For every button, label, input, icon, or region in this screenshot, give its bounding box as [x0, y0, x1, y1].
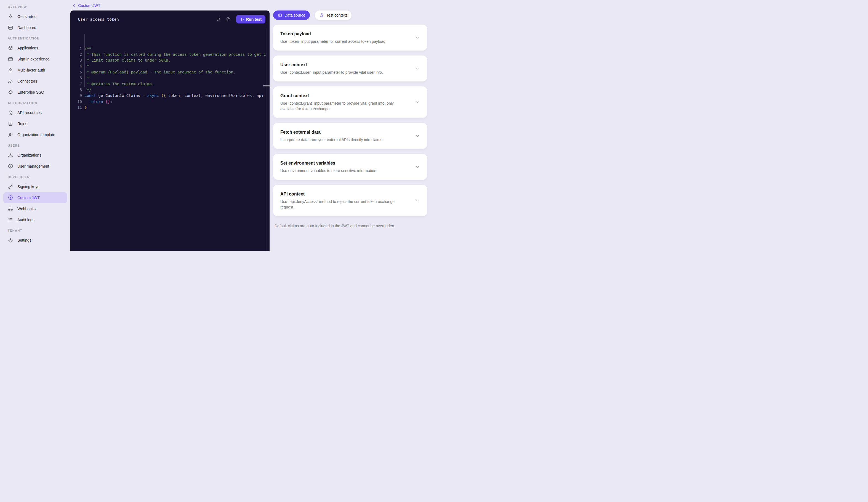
sidebar-item-label: Connectors	[17, 79, 37, 83]
card-set-environment-variables[interactable]: Set environment variablesUse environment…	[273, 154, 427, 180]
lightning-icon	[8, 14, 13, 19]
card-description: Use `api.denyAccess` method to reject th…	[280, 199, 420, 210]
sidebar-item-multi-factor-auth[interactable]: Multi-factor auth	[3, 64, 67, 76]
card-description: Use `context.grant` input parameter to p…	[280, 101, 420, 112]
sidebar-item-label: Sign-in experience	[17, 57, 49, 61]
sidebar-item-settings[interactable]: Settings	[3, 235, 67, 246]
cloud-key-icon	[8, 89, 13, 95]
code-text: * @returns The custom claims.	[82, 81, 154, 87]
code-text: * Limit custom claims to under 50KB.	[82, 58, 170, 63]
sidebar-item-roles[interactable]: Roles	[3, 118, 67, 129]
code-text: const getCustomJwtClaims = async ({ toke…	[82, 93, 264, 99]
card-token-payload[interactable]: Token payloadUse `token` input parameter…	[273, 24, 427, 51]
chevron-left-icon	[72, 3, 76, 8]
sidebar-item-enterprise-sso[interactable]: Enterprise SSO	[3, 87, 67, 98]
tab-data-source[interactable]: Data source	[273, 10, 310, 20]
sidebar-item-applications[interactable]: Applications	[3, 42, 67, 53]
code-area[interactable]: 1/**2 * This function is called during t…	[70, 28, 270, 251]
sidebar-item-webhooks[interactable]: Webhooks	[3, 203, 67, 214]
panel-tabs: Data source Test context	[273, 10, 427, 20]
sidebar-item-api-resources[interactable]: API resources	[3, 107, 67, 118]
main-area: Custom JWT User access token Run test	[70, 0, 434, 251]
code-line-10: 10 return {};	[70, 99, 270, 105]
back-link-label: Custom JWT	[78, 3, 101, 8]
code-text: * This function is called during the acc…	[82, 52, 266, 58]
back-link[interactable]: Custom JWT	[72, 3, 101, 8]
sidebar-item-signing-keys[interactable]: Signing keys	[3, 181, 67, 192]
sidebar-item-label: Multi-factor auth	[17, 68, 45, 72]
sidebar-item-custom-jwt[interactable]: Custom JWT	[3, 192, 67, 203]
sidebar-item-audit-logs[interactable]: Audit logs	[3, 214, 67, 225]
line-number: 6	[70, 75, 82, 81]
code-line-7: 7 * @returns The custom claims.	[70, 81, 270, 87]
card-description: Use `token` input parameter for current …	[280, 39, 420, 44]
code-text: /**	[82, 46, 91, 52]
tab-test-context-label: Test context	[326, 13, 347, 17]
sidebar-item-label: Enterprise SSO	[17, 90, 44, 94]
sidebar: OVERVIEWGet startedDashboardAUTHENTICATI…	[0, 0, 70, 251]
sidebar-section-label-tenant: TENANT	[0, 225, 70, 235]
card-title: Set environment variables	[280, 160, 420, 166]
code-text: *	[82, 75, 89, 81]
tab-data-source-label: Data source	[285, 13, 305, 17]
code-text: *	[82, 63, 89, 69]
sidebar-item-label: Roles	[17, 121, 27, 126]
code-line-2: 2 * This function is called during the a…	[70, 52, 270, 58]
sidebar-item-label: Settings	[17, 238, 31, 242]
card-grant-context[interactable]: Grant contextUse `context.grant` input p…	[273, 87, 427, 118]
card-user-context[interactable]: User contextUse `context.user` input par…	[273, 56, 427, 81]
chevron-down-icon[interactable]	[415, 198, 420, 203]
card-api-context[interactable]: API contextUse `api.denyAccess` method t…	[273, 185, 427, 216]
key-icon	[8, 184, 13, 189]
sidebar-item-connectors[interactable]: Connectors	[3, 76, 67, 87]
card-title: Grant context	[280, 93, 420, 99]
line-number: 1	[70, 46, 82, 52]
gear-icon	[8, 238, 13, 243]
sidebar-item-label: Get started	[17, 14, 37, 19]
sidebar-item-get-started[interactable]: Get started	[3, 11, 67, 22]
cube-icon	[8, 45, 13, 51]
editor-resize-grip[interactable]	[263, 85, 270, 87]
tab-test-context[interactable]: Test context	[315, 10, 351, 20]
sidebar-item-label: Dashboard	[17, 26, 37, 30]
sidebar-item-label: Custom JWT	[17, 195, 40, 200]
line-number: 8	[70, 87, 82, 93]
copy-icon[interactable]	[226, 17, 231, 22]
refresh-icon[interactable]	[216, 17, 221, 22]
sidebar-item-organization-template[interactable]: Organization template	[3, 129, 67, 140]
code-line-1: 1/**	[70, 46, 270, 52]
sidebar-item-sign-in-experience[interactable]: Sign-in experience	[3, 53, 67, 64]
sidebar-item-label: Applications	[17, 46, 38, 50]
play-icon	[240, 17, 244, 21]
chevron-down-icon[interactable]	[415, 66, 420, 71]
hierarchy-icon	[8, 152, 13, 158]
chevron-down-icon[interactable]	[415, 134, 420, 138]
sidebar-item-label: Organizations	[17, 153, 41, 158]
sidebar-item-user-management[interactable]: User management	[3, 161, 67, 172]
list-icon	[8, 217, 13, 223]
sidebar-item-label: User management	[17, 164, 49, 169]
chevron-down-icon[interactable]	[415, 36, 420, 40]
run-test-button[interactable]: Run test	[236, 15, 266, 23]
line-number: 3	[70, 58, 82, 63]
flask-icon	[320, 13, 324, 17]
sidebar-section-label-overview: OVERVIEW	[0, 2, 70, 11]
chevron-down-icon[interactable]	[415, 100, 420, 104]
code-line-3: 3 * Limit custom claims to under 50KB.	[70, 58, 270, 63]
lock-icon	[8, 67, 13, 73]
run-test-label: Run test	[246, 17, 261, 21]
sidebar-item-organizations[interactable]: Organizations	[3, 150, 67, 161]
info-cards: Token payloadUse `token` input parameter…	[273, 24, 427, 216]
editor-header: User access token Run test	[70, 10, 270, 28]
person-check-icon	[8, 132, 13, 138]
card-description: Use `context.user` input parameter to pr…	[280, 70, 420, 75]
sidebar-item-label: Webhooks	[17, 207, 35, 211]
sidebar-item-dashboard[interactable]: Dashboard	[3, 22, 67, 33]
code-line-11: 11}	[70, 105, 270, 110]
line-number: 4	[70, 63, 82, 69]
user-circle-icon	[8, 163, 13, 169]
webhook-icon	[8, 206, 13, 211]
card-fetch-external-data[interactable]: Fetch external dataIncorporate data from…	[273, 123, 427, 149]
chevron-down-icon[interactable]	[415, 164, 420, 169]
code-line-8: 8 */	[70, 87, 270, 93]
